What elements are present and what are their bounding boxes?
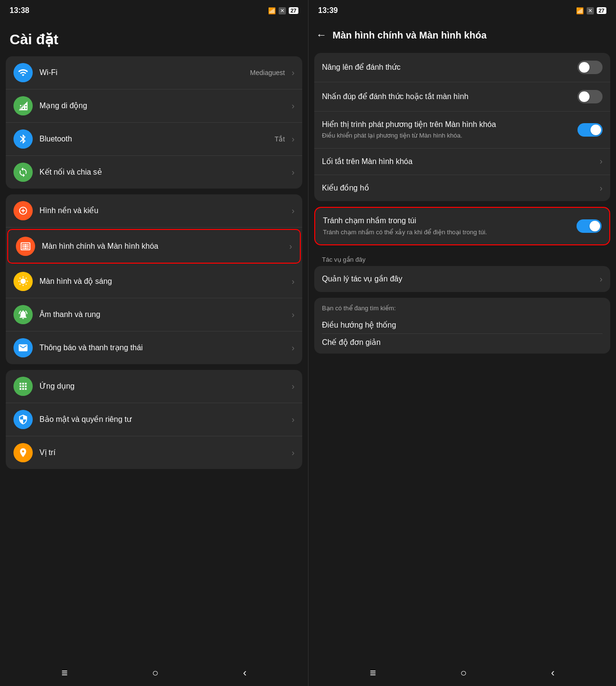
raise-wake-item[interactable]: Nâng lên để đánh thức [314,53,610,82]
mobile-icon-circle [13,96,33,115]
raise-wake-content: Nâng lên để đánh thức [322,62,578,73]
mobile-item[interactable]: Mạng di động › [6,89,302,123]
location-content: Vị trí [39,448,288,458]
detail-content: Nâng lên để đánh thức Nhấn đúp để đánh t… [308,49,616,660]
recent-tasks-group: Quản lý tác vụ gần đây › [314,266,610,292]
double-tap-toggle[interactable] [578,90,603,103]
display-arrow: › [292,277,295,287]
apps-icon-circle [13,377,33,396]
double-tap-content: Nhấn đúp để đánh thức hoặc tắt màn hình [322,91,578,102]
media-lockscreen-content: Hiển thị trình phát phương tiện trên Màn… [322,119,578,140]
pocket-avoidance-toggle[interactable] [577,219,602,233]
right-menu-btn[interactable]: ≡ [365,662,381,684]
notification-label: Thông báo và thanh trạng thái [39,343,288,353]
manage-recent-tasks-content: Quản lý tác vụ gần đây [322,274,596,284]
left-home-btn[interactable]: ○ [147,662,163,684]
location-item[interactable]: Vị trí › [6,436,302,469]
apps-label: Ứng dụng [39,381,288,392]
security-item[interactable]: Bảo mật và quyền riêng tư › [6,403,302,436]
location-icon-circle [13,443,33,462]
security-label: Bảo mật và quyền riêng tư [39,415,288,425]
right-screen: 13:39 📶 ✕ 27 ← Màn hình chính và Màn hìn… [308,0,616,686]
search-suggestions-group: Bạn có thể đang tìm kiếm: Điều hướng hệ … [314,298,610,354]
right-signal-x-icon: ✕ [587,7,594,14]
display-content: Màn hình và độ sáng [39,277,288,287]
pocket-avoidance-group: Tránh chạm nhầm trong túi Tránh chạm nhầ… [314,207,610,245]
notification-item[interactable]: Thông báo và thanh trạng thái › [6,331,302,364]
raise-wake-toggle[interactable] [578,61,603,74]
wifi-arrow: › [292,68,295,78]
right-nav-bar: ≡ ○ ‹ [308,660,616,686]
wifi-icon-circle [13,63,33,82]
settings-header: Cài đặt [0,21,308,52]
bluetooth-value: Tắt [275,135,285,143]
recent-tasks-section-label: Tác vụ gần đây [314,251,610,266]
sound-item[interactable]: Âm thanh và rung › [6,298,302,331]
right-home-btn[interactable]: ○ [456,662,472,684]
lockscreen-shortcuts-arrow: › [600,156,603,166]
search-suggestion-item-0[interactable]: Điều hướng hệ thống [322,317,603,334]
sound-icon-circle [13,305,33,324]
wallpaper-arrow: › [292,206,295,216]
pocket-avoidance-content: Tránh chạm nhầm trong túi Tránh chạm nhầ… [323,216,577,237]
notification-arrow: › [292,343,295,353]
appearance-group: Hình nền và kiểu › Màn hình chính và Màn… [6,194,302,364]
manage-recent-tasks-arrow: › [600,274,603,284]
network-group: Wi-Fi Mediaguest › Mạng di động › [6,56,302,189]
pocket-avoidance-item[interactable]: Tránh chạm nhầm trong túi Tránh chạm nhầ… [315,208,609,244]
manage-recent-tasks-label: Quản lý tác vụ gần đây [322,274,596,284]
wifi-value: Mediaguest [250,69,285,76]
clock-style-arrow: › [600,183,603,193]
right-battery-badge: 27 [597,7,606,14]
lockscreen-shortcuts-label: Lối tắt trên Màn hình khóa [322,156,596,167]
security-content: Bảo mật và quyền riêng tư [39,415,288,425]
double-tap-item[interactable]: Nhấn đúp để đánh thức hoặc tắt màn hình [314,82,610,112]
back-button[interactable]: ← [316,29,327,41]
left-time: 13:38 [10,6,29,15]
apps-group: Ứng dụng › Bảo mật và quyền riêng tư › [6,370,302,469]
media-lockscreen-toggle[interactable] [578,123,603,137]
media-lockscreen-item[interactable]: Hiển thị trình phát phương tiện trên Màn… [314,112,610,149]
wifi-label: Wi-Fi [39,68,250,78]
connection-label: Kết nối và chia sẻ [39,167,288,178]
location-label: Vị trí [39,448,288,458]
sound-label: Âm thanh và rung [39,310,288,320]
wifi-item[interactable]: Wi-Fi Mediaguest › [6,56,302,89]
search-suggestions-header: Bạn có thể đang tìm kiếm: [322,305,603,312]
security-arrow: › [292,415,295,425]
wifi-content: Wi-Fi [39,68,250,78]
homescreen-arrow: › [289,241,292,252]
search-suggestion-item-1[interactable]: Chế độ đơn giản [322,334,603,347]
apps-arrow: › [292,381,295,392]
security-icon-circle [13,410,33,429]
mobile-content: Mạng di động [39,101,288,111]
apps-item[interactable]: Ứng dụng › [6,370,302,403]
connection-item[interactable]: Kết nối và chia sẻ › [6,156,302,189]
pocket-avoidance-knob [590,221,600,231]
connection-content: Kết nối và chia sẻ [39,167,288,178]
signal-x-icon: ✕ [279,7,286,14]
homescreen-item[interactable]: Màn hình chính và Màn hình khóa › [7,229,301,264]
right-wifi-icon: 📶 [576,7,584,14]
mobile-arrow: › [292,101,295,111]
wifi-icon: 📶 [268,7,276,14]
lockscreen-shortcuts-item[interactable]: Lối tắt trên Màn hình khóa › [314,149,610,175]
left-menu-btn[interactable]: ≡ [57,662,73,684]
media-lockscreen-knob [590,125,601,135]
right-status-bar: 13:39 📶 ✕ 27 [308,0,616,21]
settings-content: Wi-Fi Mediaguest › Mạng di động › [0,52,308,660]
manage-recent-tasks-item[interactable]: Quản lý tác vụ gần đây › [314,266,610,292]
clock-style-label: Kiểu đồng hồ [322,183,596,193]
clock-style-item[interactable]: Kiểu đồng hồ › [314,175,610,201]
left-back-btn[interactable]: ‹ [238,662,251,684]
bluetooth-arrow: › [292,134,295,144]
pocket-avoidance-sublabel: Tránh chạm nhầm có thể xảy ra khi để điệ… [323,228,577,237]
display-item[interactable]: Màn hình và độ sáng › [6,265,302,298]
right-back-btn[interactable]: ‹ [546,662,559,684]
media-lockscreen-label: Hiển thị trình phát phương tiện trên Màn… [322,119,578,130]
sound-content: Âm thanh và rung [39,310,288,320]
bluetooth-item[interactable]: Bluetooth Tắt › [6,123,302,156]
wallpaper-item[interactable]: Hình nền và kiểu › [6,194,302,228]
display-icon-circle [13,272,33,291]
raise-wake-label: Nâng lên để đánh thức [322,62,578,73]
